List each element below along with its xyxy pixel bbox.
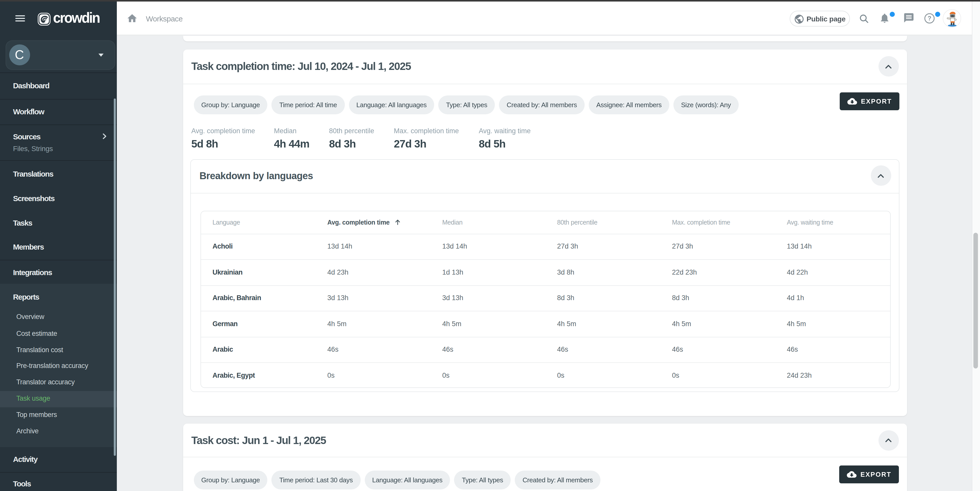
svg-text:?: ? [928,15,932,22]
